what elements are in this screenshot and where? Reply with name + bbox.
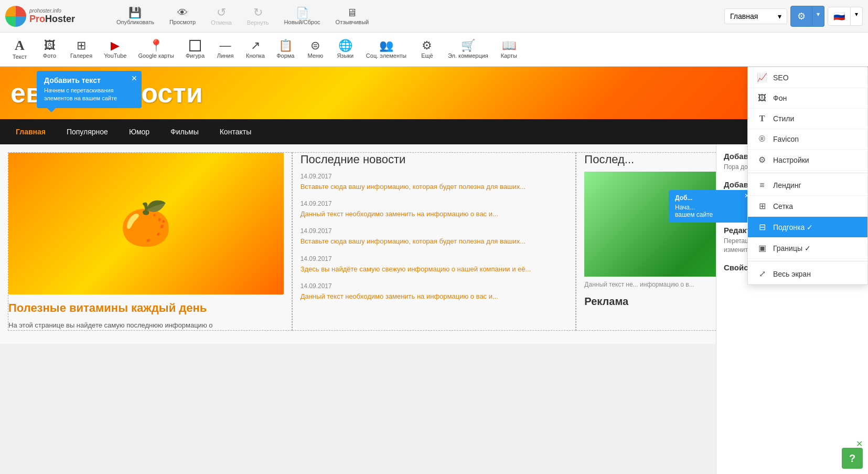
dropdown-settings-icon: ⚙ xyxy=(756,155,768,165)
maps2-icon: 📖 xyxy=(502,40,516,51)
page-dropdown[interactable]: Главная ▾ xyxy=(724,8,787,24)
dropdown-styles[interactable]: T Стили xyxy=(748,109,867,129)
page-dropdown-label: Главная xyxy=(730,12,758,20)
top-toolbar: prohoster.info ProHoster 💾 Опубликовать … xyxy=(0,0,868,33)
news-item-3: 14.09.2017 Здесь вы найдёте самую свежую… xyxy=(301,255,568,274)
toolbar-right: Главная ▾ ⚙ ▾ 🇷🇺 ▾ xyxy=(724,6,863,27)
elem-figure-button[interactable]: Фигура xyxy=(180,37,210,62)
new-button[interactable]: 📄 Новый/Сброс xyxy=(278,5,327,28)
elem-ecommerce-button[interactable]: 🛒 Эл. коммерция xyxy=(443,37,494,62)
settings-button[interactable]: ⚙ xyxy=(790,6,812,27)
settings-dropdown-arrow[interactable]: ▾ xyxy=(812,6,824,27)
nav-item-home[interactable]: Главная xyxy=(5,121,56,142)
fit-icon: ⊟ xyxy=(756,222,768,232)
news-date-0: 14.09.2017 xyxy=(301,173,568,180)
dropdown-settings[interactable]: ⚙ Настройки xyxy=(748,150,867,171)
settings-nav-label: Настройки xyxy=(773,156,809,164)
elem-button-button[interactable]: ↗ Кнопка xyxy=(241,37,270,62)
help-button[interactable]: ? xyxy=(842,448,863,469)
elem-gallery-button[interactable]: ⊞ Галерея xyxy=(65,37,98,62)
nav-item-films[interactable]: Фильмы xyxy=(160,121,209,142)
dropdown-fit[interactable]: ⊟ Подгонка ✓ xyxy=(748,217,867,238)
dropdown-seo[interactable]: 📈 SEO xyxy=(748,67,867,88)
responsive-label: Отзывчивый xyxy=(336,19,369,25)
preview-icon: 👁 xyxy=(177,7,188,18)
flag-icon: 🇷🇺 xyxy=(833,10,845,22)
news-text-2[interactable]: Вставьте сюда вашу информацию, которая б… xyxy=(301,237,568,246)
elem-more-button[interactable]: ⚙ Ещё xyxy=(413,37,442,62)
seo-icon: 📈 xyxy=(756,72,768,82)
elem-languages-button[interactable]: 🌐 Языки xyxy=(331,37,360,62)
elem-line-button[interactable]: — Линия xyxy=(211,37,240,62)
news-text-1[interactable]: Данный текст необходимо заменить на инфо… xyxy=(301,209,568,219)
form-icon: 📋 xyxy=(278,40,293,51)
nav-item-contacts[interactable]: Контакты xyxy=(209,121,262,142)
gallery-icon: ⊞ xyxy=(77,40,86,51)
tooltip-close-button[interactable]: ✕ xyxy=(131,74,137,82)
dropdown-favicon[interactable]: ® Favicon xyxy=(748,129,867,150)
flag-button[interactable]: 🇷🇺 xyxy=(828,7,851,26)
dropdown-grid[interactable]: ⊞ Сетка xyxy=(748,196,867,217)
toolbar-actions: 💾 Опубликовать 👁 Просмотр ↺ Отмена ↻ Вер… xyxy=(110,4,724,28)
nav-item-humor[interactable]: Юмор xyxy=(119,121,160,142)
logo-brand: ProHoster xyxy=(29,14,75,25)
redo-label: Вернуть xyxy=(247,19,269,26)
dropdown-background[interactable]: 🖼 Фон xyxy=(748,88,867,109)
elem-photo-button[interactable]: 🖼 Фото xyxy=(35,37,64,62)
new-icon: 📄 xyxy=(296,7,309,18)
preview-button[interactable]: 👁 Просмотр xyxy=(163,5,202,28)
flag-dropdown-arrow[interactable]: ▾ xyxy=(851,7,863,26)
news-text-0[interactable]: Вставьте сюда вашу информацию, которая б… xyxy=(301,182,568,192)
responsive-button[interactable]: 🖥 Отзывчивый xyxy=(329,5,376,28)
redo-button[interactable]: ↻ Вернуть xyxy=(241,4,275,28)
language-group: 🇷🇺 ▾ xyxy=(828,7,863,26)
landing-icon: ≡ xyxy=(756,181,768,190)
styles-icon: T xyxy=(756,114,768,123)
ecommerce-label: Эл. коммерция xyxy=(448,52,488,59)
logo-area: prohoster.info ProHoster xyxy=(5,6,100,27)
side-tooltip-line2: вашем сайте xyxy=(675,211,746,218)
elements-toolbar: A Текст 🖼 Фото ⊞ Галерея ▶ YouTube 📍 Goo… xyxy=(0,33,868,67)
photo-label: Фото xyxy=(43,52,56,59)
content-col-1: 🍊 Полезные витамины каждый день На этой … xyxy=(8,152,292,331)
background-label: Фон xyxy=(773,94,787,102)
dropdown-landing[interactable]: ≡ Лендинг xyxy=(748,175,867,196)
news-item-0: 14.09.2017 Вставьте сюда вашу информацию… xyxy=(301,173,568,192)
figure-icon xyxy=(189,40,201,51)
logo-text: prohoster.info ProHoster xyxy=(29,8,75,25)
settings-dropdown-menu: 📈 SEO 🖼 Фон T Стили ® Favicon ⚙ Настройк… xyxy=(747,67,868,285)
elem-text-button[interactable]: A Текст xyxy=(5,36,34,63)
elem-menu-button[interactable]: ⊜ Меню xyxy=(301,37,330,62)
side-tooltip: ✕ Доб... Нача... вашем сайте xyxy=(669,190,753,223)
settings-icon: ⚙ xyxy=(797,10,806,22)
news-text-3[interactable]: Здесь вы найдёте самую свежую информацию… xyxy=(301,265,568,274)
form-label: Форма xyxy=(276,52,294,59)
news-text-4[interactable]: Данный текст необходимо заменить на инфо… xyxy=(301,292,568,301)
news-date-4: 14.09.2017 xyxy=(301,282,568,290)
elem-social-button[interactable]: 👥 Соц. элементы xyxy=(361,37,412,62)
dropdown-fullscreen[interactable]: ⤢ Весь экран xyxy=(748,264,867,285)
button-icon: ↗ xyxy=(251,40,260,51)
elem-youtube-button[interactable]: ▶ YouTube xyxy=(99,37,132,62)
undo-button[interactable]: ↺ Отмена xyxy=(205,4,238,28)
social-label: Соц. элементы xyxy=(366,52,406,59)
elem-maps-button[interactable]: 📍 Google карты xyxy=(133,37,179,62)
line-label: Линия xyxy=(217,52,234,59)
publish-icon: 💾 xyxy=(128,7,142,18)
social-icon: 👥 xyxy=(379,40,393,51)
site-nav: Главная Популярное Юмор Фильмы Контакты xyxy=(0,119,868,144)
text-icon: A xyxy=(15,39,25,52)
page-dropdown-arrow: ▾ xyxy=(778,12,781,20)
help-question-icon: ? xyxy=(849,452,855,465)
menu-label: Меню xyxy=(307,52,323,59)
publish-button[interactable]: 💾 Опубликовать xyxy=(110,5,160,28)
dropdown-borders[interactable]: ▣ Границы ✓ xyxy=(748,238,867,259)
menu-icon: ⊜ xyxy=(310,40,320,51)
publish-label: Опубликовать xyxy=(116,19,154,25)
youtube-label: YouTube xyxy=(104,52,126,59)
elem-form-button[interactable]: 📋 Форма xyxy=(271,37,300,62)
text-label: Текст xyxy=(13,54,27,60)
elem-maps2-button[interactable]: 📖 Карты xyxy=(495,37,523,62)
side-tooltip-title: Доб... xyxy=(675,194,746,202)
nav-item-popular[interactable]: Популярное xyxy=(56,121,119,142)
